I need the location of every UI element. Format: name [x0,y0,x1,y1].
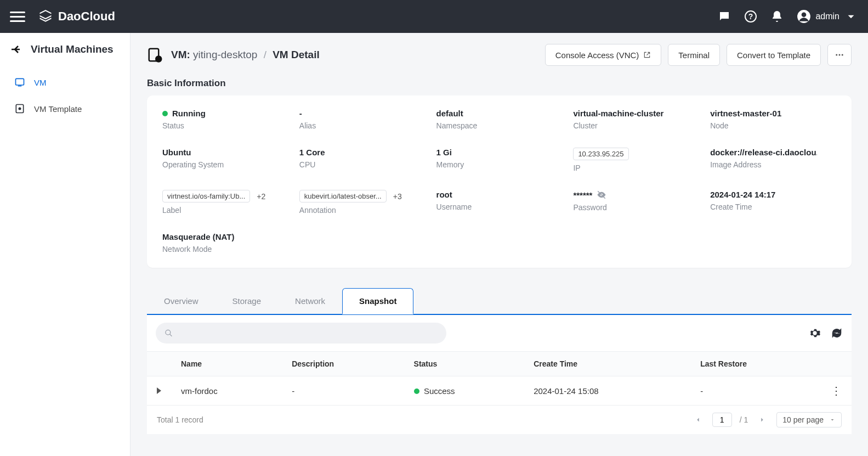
snapshot-table: Name Description Status Create Time Last… [147,351,852,406]
sidebar-item-label: VM [34,78,47,87]
svg-point-6 [19,108,21,110]
page-input[interactable] [712,413,732,427]
table-controls [147,315,852,351]
external-link-icon [643,51,651,59]
svg-point-9 [836,54,837,56]
sidebar-header: Virtual Machines [0,43,130,69]
col-create-time: Create Time [524,352,690,376]
sidebar-item-label: VM Template [34,104,82,114]
breadcrumb: VM: yiting-desktop / VM Detail [171,49,320,61]
eye-off-icon[interactable] [597,190,606,200]
info-image: docker://release-ci.daoclou... Image Add… [710,148,836,172]
basic-info-card: Running Status - Alias default Namespace… [147,95,852,268]
row-actions-icon[interactable]: ⋮ [831,385,842,397]
tab-snapshot[interactable]: Snapshot [342,288,413,314]
expand-row-icon[interactable] [157,387,161,394]
cell-status: Success [404,376,524,406]
section-title: Basic Information [147,78,852,89]
svg-text:?: ? [748,12,753,21]
info-label: virtnest.io/os-family:Ub...+2 Label [162,190,288,215]
status-dot-icon [162,111,168,116]
info-status: Running Status [162,109,288,130]
back-arrow-icon[interactable] [10,43,23,56]
bell-icon[interactable] [770,10,784,23]
col-description: Description [282,352,404,376]
info-password: ****** Password [573,190,699,215]
svg-line-14 [170,334,172,336]
search-input[interactable] [177,329,438,337]
settings-icon[interactable] [809,327,821,339]
chevron-down-icon [829,416,836,423]
info-cpu: 1 Core CPU [299,148,426,172]
cell-create-time: 2024-01-24 15:08 [524,376,690,406]
table-row: vm-fordoc - Success 2024-01-24 15:08 - ⋮ [147,376,852,406]
svg-point-3 [802,12,807,17]
main-content: VM: yiting-desktop / VM Detail Console A… [131,33,868,456]
page-separator: / 1 [740,415,748,424]
chevron-down-icon [844,9,858,24]
svg-point-11 [842,54,843,56]
info-cluster: virtual-machine-cluster Cluster [573,109,699,130]
tab-network[interactable]: Network [278,288,342,314]
sidebar-title: Virtual Machines [31,43,114,55]
info-network-mode: Masquerade (NAT) Network Mode [162,232,288,254]
info-alias: - Alias [299,109,426,130]
console-access-button[interactable]: Console Access (VNC) [545,44,662,66]
help-icon[interactable]: ? [744,10,757,23]
info-node: virtnest-master-01 Node [710,109,836,130]
sidebar-item-template[interactable]: VM Template [0,95,130,122]
per-page-select[interactable]: 10 per page [776,412,842,427]
status-dot-icon [414,389,419,394]
user-icon [797,9,811,24]
info-ip: 10.233.95.225 IP [573,148,699,172]
info-os: Ubuntu Operating System [162,148,288,172]
tabs: Overview Storage Network Snapshot [147,288,852,315]
pagination: Total 1 record / 1 10 per page [147,406,852,434]
vm-detail-icon [147,47,163,63]
user-name: admin [815,12,839,21]
search-input-wrap[interactable] [156,323,446,344]
info-username: root Username [436,190,563,215]
sidebar-item-vm[interactable]: VM [0,69,130,95]
logo-icon [37,8,54,25]
template-icon [14,103,25,114]
brand-name: DaoCloud [58,9,115,24]
more-actions-button[interactable] [827,44,852,66]
vm-icon [14,77,25,88]
total-count: Total 1 record [157,415,203,424]
svg-point-8 [155,55,162,63]
svg-point-13 [166,330,171,335]
messages-icon[interactable] [718,10,731,23]
cell-name: vm-fordoc [171,376,282,406]
info-create-time: 2024-01-24 14:17 Create Time [710,190,836,215]
logo[interactable]: DaoCloud [37,8,115,25]
col-status: Status [404,352,524,376]
user-menu[interactable]: admin [797,9,858,24]
breadcrumb-vm-name[interactable]: yiting-desktop [193,49,257,60]
info-annotation: kubevirt.io/latest-obser...+3 Annotation [299,190,426,215]
menu-toggle[interactable] [10,9,25,25]
breadcrumb-current: VM Detail [273,49,320,60]
info-namespace: default Namespace [436,109,563,130]
cell-description: - [282,376,404,406]
topbar: DaoCloud ? admin [0,0,868,33]
svg-point-10 [839,54,841,56]
col-name: Name [171,352,282,376]
next-page-button[interactable] [756,413,769,426]
tab-storage[interactable]: Storage [215,288,279,314]
refresh-icon[interactable] [831,327,843,339]
cell-last-restore: - [690,376,821,406]
dots-horizontal-icon [835,50,844,60]
search-icon [164,329,173,337]
terminal-button[interactable]: Terminal [668,44,720,66]
convert-template-button[interactable]: Convert to Template [727,44,821,66]
info-memory: 1 Gi Memory [436,148,563,172]
prev-page-button[interactable] [691,413,705,426]
sidebar: Virtual Machines VM VM Template [0,33,131,456]
svg-rect-4 [16,78,24,85]
tab-overview[interactable]: Overview [147,288,215,314]
col-last-restore: Last Restore [690,352,821,376]
